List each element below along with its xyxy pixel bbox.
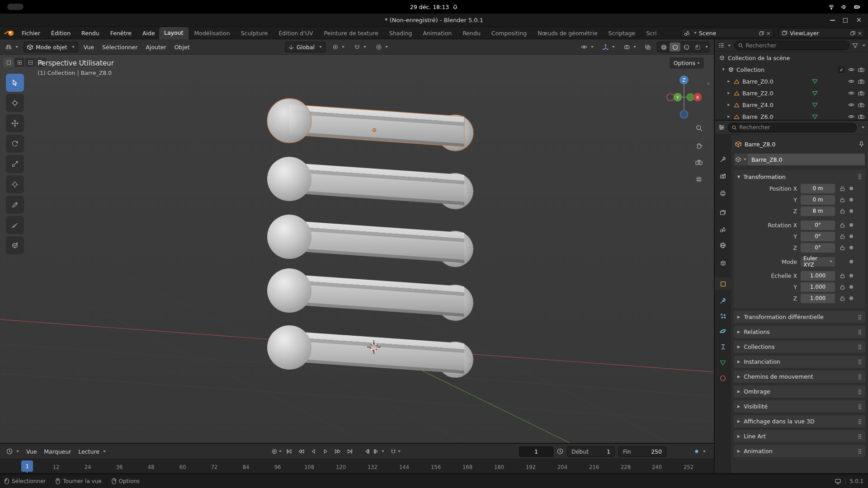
menu-fenetre[interactable]: Fenêtre	[106, 28, 136, 38]
timeline-editor-type-button[interactable]	[4, 447, 22, 456]
outliner-search[interactable]	[734, 41, 849, 50]
system-menu-pill[interactable]	[7, 4, 24, 10]
position-z-field[interactable]: 8 m	[801, 206, 835, 216]
auto-keying-button[interactable]	[390, 446, 401, 456]
tool-move[interactable]	[6, 114, 24, 132]
object-row-z2[interactable]: ▶ Barre_Z2.0	[715, 87, 868, 99]
expand-icon[interactable]: ▶	[726, 91, 731, 95]
blender-logo[interactable]	[4, 30, 15, 37]
disable-render-camera-icon[interactable]	[858, 103, 864, 108]
disable-render-camera-icon[interactable]	[858, 91, 864, 96]
hide-eye-icon[interactable]	[848, 91, 854, 95]
menu-selectionner[interactable]: Sélectionner	[99, 42, 140, 52]
properties-options-caret[interactable]	[862, 127, 864, 128]
step-back-button[interactable]	[361, 446, 372, 456]
tool-measure[interactable]	[6, 216, 24, 234]
lock-icon[interactable]	[839, 222, 846, 228]
workspace-tab-modelisation[interactable]: Modélisation	[189, 28, 235, 39]
menu-aide[interactable]: Aide	[138, 28, 160, 38]
disable-render-camera-icon[interactable]	[858, 67, 864, 72]
panel-collections[interactable]: ▶Collections	[734, 341, 865, 353]
system-status-icon[interactable]	[835, 479, 841, 484]
animate-decorator[interactable]	[849, 198, 853, 202]
transform-orientation-selector[interactable]: Global	[285, 42, 326, 52]
remove-viewlayer-icon[interactable]: ×	[858, 30, 862, 37]
expand-icon[interactable]: ▶	[726, 115, 731, 118]
tab-material[interactable]	[715, 372, 731, 385]
workspace-tab-scriptage[interactable]: Scriptage	[604, 28, 641, 39]
menu-edition[interactable]: Édition	[47, 28, 75, 38]
system-clock[interactable]: 29 déc. 18:13	[410, 4, 449, 10]
lock-icon[interactable]	[839, 186, 846, 191]
animate-decorator[interactable]	[849, 260, 853, 263]
workspace-tab-rendu[interactable]: Rendu	[458, 28, 486, 39]
tab-tool[interactable]	[715, 153, 731, 166]
workspace-tab-shading[interactable]: Shading	[384, 28, 417, 39]
object-row-z6[interactable]: ▶ Barre_Z6.0	[715, 111, 868, 120]
tab-object[interactable]	[715, 277, 731, 290]
rotation-y-field[interactable]: 0°	[801, 232, 835, 241]
object-id-icon[interactable]	[734, 154, 748, 165]
lock-icon[interactable]	[839, 296, 846, 301]
pin-icon[interactable]	[859, 141, 864, 147]
wifi-icon[interactable]	[829, 5, 834, 9]
battery-icon[interactable]	[854, 5, 860, 9]
ortho-toggle-button[interactable]	[693, 173, 705, 186]
jump-to-end-button[interactable]	[344, 446, 355, 456]
xray-toggle[interactable]	[642, 43, 653, 51]
workspace-tab-geometry-nodes[interactable]: Nœuds de géométrie	[533, 28, 602, 39]
workspace-tab-animation[interactable]: Animation	[418, 28, 457, 39]
panel-shading[interactable]: ▶Ombrage	[734, 385, 865, 398]
panel-animation[interactable]: ▶Animation	[734, 445, 865, 457]
lock-icon[interactable]	[839, 273, 846, 278]
play-reverse-button[interactable]	[308, 446, 319, 456]
panel-viewport-display[interactable]: ▶Affichage dans la vue 3D	[734, 415, 865, 427]
mode-selector[interactable]: Mode objet	[24, 42, 78, 52]
filter-icon[interactable]	[852, 43, 858, 48]
panel-delta-transform[interactable]: ▶Transformation différentielle	[734, 311, 865, 323]
timeline-ruler[interactable]: 12 24 36 48 60 72 84 96 108 120 132 144 …	[0, 459, 714, 473]
collection-row[interactable]: ▼ Collection ✓	[715, 64, 868, 75]
select-mode-subtract[interactable]	[25, 58, 35, 67]
properties-search-input[interactable]	[739, 124, 853, 131]
hide-eye-icon[interactable]	[848, 114, 854, 119]
animate-decorator[interactable]	[849, 223, 853, 227]
tool-rotate[interactable]	[6, 135, 24, 153]
scene-collection-row[interactable]: Collection de la scène	[715, 52, 868, 64]
visibility-dropdown[interactable]	[578, 43, 596, 51]
record-button[interactable]	[271, 446, 282, 456]
lock-icon[interactable]	[839, 208, 846, 214]
range-clock-icon[interactable]	[557, 448, 563, 455]
object-name-field[interactable]: Barre_Z8.0	[734, 154, 865, 165]
new-viewlayer-icon[interactable]	[850, 31, 855, 36]
drag-grip-icon[interactable]	[858, 174, 862, 179]
workspace-tab-compositing[interactable]: Compositing	[486, 28, 532, 39]
panel-relations[interactable]: ▶Relations	[734, 326, 865, 338]
outliner-editor-type-button[interactable]	[717, 42, 731, 49]
tab-scene[interactable]	[715, 223, 731, 235]
animate-decorator[interactable]	[849, 209, 853, 213]
pivot-point-selector[interactable]	[330, 43, 347, 51]
position-x-field[interactable]: 0 m	[801, 184, 835, 193]
timeline-menu-lecture[interactable]: Lecture	[75, 447, 108, 456]
panel-motion-paths[interactable]: ▶Chemins de mouvement	[734, 371, 865, 383]
frame-start-field[interactable]: Début 1	[567, 446, 615, 457]
minimize-button[interactable]	[830, 20, 835, 21]
panel-instancing[interactable]: ▶Instanciation	[734, 356, 865, 368]
animate-decorator[interactable]	[849, 285, 853, 289]
menu-fichier[interactable]: Fichier	[17, 28, 45, 38]
workspace-tab-scriptage-2[interactable]: Scri	[641, 28, 661, 39]
panel-visibility[interactable]: ▶Visibilité	[734, 400, 865, 413]
pan-button[interactable]	[693, 139, 705, 151]
tab-object-data[interactable]	[715, 357, 731, 369]
navigation-gizmo[interactable]: Y X Z	[660, 72, 708, 122]
snap-toggle[interactable]	[352, 43, 369, 51]
lock-icon[interactable]	[839, 197, 846, 202]
proportional-editing-toggle[interactable]	[373, 43, 391, 51]
tool-transform[interactable]	[6, 175, 24, 193]
scale-y-field[interactable]: 1.000	[801, 282, 835, 292]
disable-render-camera-icon[interactable]	[858, 114, 864, 119]
lock-icon[interactable]	[839, 245, 846, 250]
step-forward-button[interactable]	[373, 446, 384, 456]
expand-icon[interactable]: ▶	[726, 80, 731, 83]
